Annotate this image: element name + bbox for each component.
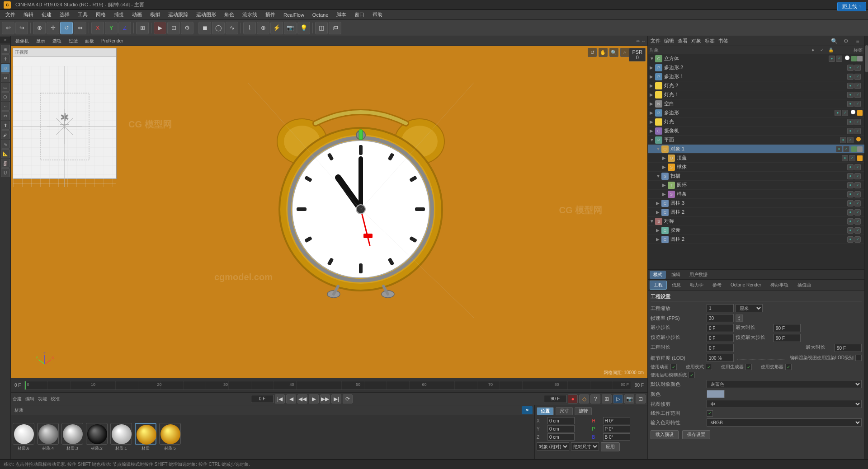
object-expand-toggle[interactable]: ▼ xyxy=(656,146,661,151)
menu-item-编辑[interactable]: 编辑 xyxy=(20,10,37,19)
prop-tab-interp[interactable]: 插值曲 xyxy=(793,281,815,290)
pb-play-fwd[interactable]: ▶ xyxy=(309,394,319,403)
scrollbar-thumb[interactable] xyxy=(865,45,868,72)
menu-item-窗口[interactable]: 窗口 xyxy=(351,10,368,19)
object-tag-icon[interactable] xyxy=(857,110,863,116)
mode-tab-edit[interactable]: 编辑 xyxy=(668,271,684,279)
object-list-item[interactable]: ▶L灯光●✓ xyxy=(648,117,864,127)
vp-nav-home[interactable]: ⌂ xyxy=(620,48,629,57)
flag-visibility-render[interactable]: ✓ xyxy=(847,137,854,143)
coord-y-pos[interactable] xyxy=(547,425,575,432)
prop-maxlen-input[interactable] xyxy=(835,344,862,352)
flag-visibility-editor[interactable]: ● xyxy=(847,236,854,243)
object-list-item[interactable]: ▶P多边形●✓ xyxy=(648,108,864,117)
object-expand-toggle[interactable]: ▼ xyxy=(650,137,655,142)
object-list-item[interactable]: ▶O顶盖●✓ xyxy=(648,154,864,163)
menu-item-工具[interactable]: 工具 xyxy=(74,10,91,19)
rotate-tool[interactable]: ↺ xyxy=(60,22,73,34)
menu-item-捕捉[interactable]: 捕捉 xyxy=(110,10,127,19)
pb-record[interactable]: ● xyxy=(568,394,578,403)
material-item[interactable]: 材质.3 xyxy=(61,423,83,451)
object-expand-toggle[interactable]: ▶ xyxy=(650,128,655,133)
end-frame-input[interactable] xyxy=(544,395,566,403)
tool-measure[interactable]: 📐 xyxy=(1,149,10,158)
coord-tab-rotation[interactable]: 旋转 xyxy=(575,407,592,415)
prop-maxstep-input[interactable] xyxy=(774,324,801,332)
prop-prevmax-input[interactable] xyxy=(774,334,801,342)
flag-visibility-editor[interactable]: ● xyxy=(847,182,854,188)
effector-button[interactable]: ⚡ xyxy=(270,22,283,34)
generator-button[interactable]: ⊕ xyxy=(257,22,269,34)
vp-camera-menu[interactable]: 摄像机 xyxy=(13,38,32,45)
rp-settings-icon[interactable]: ⚙ xyxy=(842,37,850,45)
flag-visibility-render[interactable]: ✓ xyxy=(854,164,861,170)
menu-item-帮助[interactable]: 帮助 xyxy=(369,10,386,19)
coord-tab-size[interactable]: 尺寸 xyxy=(556,407,573,415)
flag-visibility-editor[interactable]: ● xyxy=(829,56,835,62)
flag-visibility-editor[interactable]: ● xyxy=(847,191,854,197)
flag-visibility-editor[interactable]: ● xyxy=(847,74,854,80)
prop-color-swatch[interactable] xyxy=(707,390,725,398)
prop-deform-check[interactable]: ✓ xyxy=(785,364,792,370)
object-expand-toggle[interactable]: ▶ xyxy=(662,164,668,169)
tool-poly[interactable]: ⬡ xyxy=(1,92,10,101)
select-tool[interactable]: ⊕ xyxy=(33,22,46,34)
flag-visibility-render[interactable]: ✓ xyxy=(854,218,861,225)
rp-menu-edit[interactable]: 编辑 xyxy=(664,38,674,44)
prop-motblur-check[interactable]: ✓ xyxy=(689,372,695,378)
render-button[interactable]: ▶ xyxy=(154,22,166,34)
tool-extrude[interactable]: ⬆ xyxy=(1,121,10,130)
pb-notes[interactable]: ⊡ xyxy=(636,394,646,403)
object-list-item[interactable]: ▶C摄像机●✓ xyxy=(648,127,864,136)
flag-visibility-editor[interactable]: ● xyxy=(835,110,841,116)
pb-play-back[interactable]: ◀◀ xyxy=(297,394,307,403)
rp-search-icon[interactable]: 🔍 xyxy=(830,37,838,45)
flag-visibility-render[interactable]: ✓ xyxy=(854,209,861,216)
flag-visibility-render[interactable]: ✓ xyxy=(854,236,861,243)
prop-lod-check[interactable] xyxy=(855,355,862,361)
coord-x-pos[interactable] xyxy=(547,417,575,424)
flag-visibility-editor[interactable]: ● xyxy=(847,218,854,225)
flag-visibility-editor[interactable]: ● xyxy=(847,227,854,234)
object-expand-toggle[interactable]: ▶ xyxy=(650,83,655,88)
menu-item-插件[interactable]: 插件 xyxy=(262,10,279,19)
deformer-button[interactable]: ⌇ xyxy=(243,22,256,34)
flag-visibility-editor[interactable]: ● xyxy=(847,65,854,71)
pb-motion[interactable]: ▷ xyxy=(613,394,623,403)
object-expand-toggle[interactable]: ▶ xyxy=(650,110,655,115)
prop-tab-dynamics[interactable]: 动力学 xyxy=(686,281,708,290)
menu-item-选择[interactable]: 选择 xyxy=(56,10,73,19)
axis-z-button[interactable]: Z xyxy=(118,22,131,34)
flag-visibility-editor[interactable]: ● xyxy=(847,101,854,107)
flag-visibility-render[interactable]: ✓ xyxy=(854,227,861,234)
menu-item-模拟[interactable]: 模拟 xyxy=(146,10,164,19)
flag-visibility-render[interactable]: ✓ xyxy=(836,56,842,62)
object-tag-icon[interactable] xyxy=(857,146,863,152)
pb-keyframe[interactable]: ◇ xyxy=(579,394,589,403)
object-list-item[interactable]: ▶S样条●✓ xyxy=(648,190,864,199)
coord-z-rot[interactable] xyxy=(603,433,630,441)
rp-menu-bookmark[interactable]: 书签 xyxy=(718,38,728,44)
vp-panel-menu[interactable]: 面板 xyxy=(82,38,97,45)
flag-visibility-render[interactable]: ✓ xyxy=(842,110,848,116)
flag-visibility-editor[interactable]: ● xyxy=(847,200,854,206)
tool-scale[interactable]: ⇔ xyxy=(1,73,10,82)
menu-item-Octane[interactable]: Octane xyxy=(309,11,332,19)
prop-use-anim-check[interactable]: ✓ xyxy=(670,364,677,370)
camera-btn[interactable]: 📷 xyxy=(284,22,297,34)
menu-item-角色[interactable]: 角色 xyxy=(221,10,238,19)
object-list-item[interactable]: ▶C圆柱.3●✓ xyxy=(648,199,864,208)
flag-visibility-editor[interactable]: ● xyxy=(847,209,854,216)
flag-visibility-editor[interactable]: ● xyxy=(836,146,842,152)
flag-visibility-render[interactable]: ✓ xyxy=(854,65,861,71)
primitive-button[interactable]: ◯ xyxy=(212,22,225,34)
vp-nav-rotate[interactable]: ↺ xyxy=(588,48,597,57)
prop-gen-check[interactable]: ✓ xyxy=(745,364,752,370)
flag-visibility-render[interactable]: ✓ xyxy=(854,92,861,98)
tool-box-select[interactable]: ▭ xyxy=(1,83,10,92)
prop-defcolor-select[interactable]: 灰蓝色 xyxy=(707,380,862,388)
prop-linear-check[interactable]: ✓ xyxy=(707,410,713,417)
prop-colorprofile-select[interactable]: sRGB xyxy=(707,418,862,427)
prop-lod-input[interactable] xyxy=(707,354,734,362)
pb-loop[interactable]: ⟳ xyxy=(343,394,353,403)
